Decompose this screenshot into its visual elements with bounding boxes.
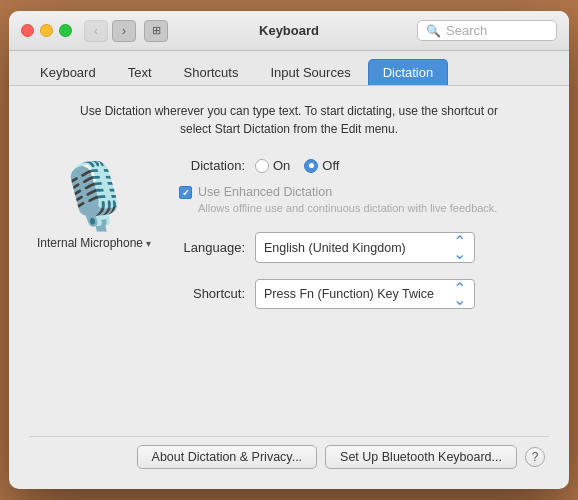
language-value: English (United Kingdom): [264, 241, 406, 255]
tab-dictation[interactable]: Dictation: [368, 59, 449, 85]
tab-input-sources[interactable]: Input Sources: [255, 59, 365, 85]
search-placeholder: Search: [446, 23, 487, 38]
maximize-button[interactable]: [59, 24, 72, 37]
chevron-down-icon: ▾: [146, 238, 151, 249]
forward-button[interactable]: ›: [112, 20, 136, 42]
radio-off[interactable]: [304, 159, 318, 173]
help-button[interactable]: ?: [525, 447, 545, 467]
dictation-toggle-row: Dictation: On Off: [175, 158, 549, 173]
microphone-section: 🎙️ Internal Microphone ▾: [29, 154, 159, 436]
nav-buttons: ‹ ›: [84, 20, 136, 42]
enhanced-checkbox[interactable]: [179, 186, 192, 199]
off-label: Off: [322, 158, 339, 173]
dictation-off-option[interactable]: Off: [304, 158, 339, 173]
titlebar: ‹ › ⊞ Keyboard 🔍 Search: [9, 11, 569, 51]
main-area: 🎙️ Internal Microphone ▾ Dictation: On: [29, 154, 549, 436]
traffic-lights: [21, 24, 72, 37]
back-button[interactable]: ‹: [84, 20, 108, 42]
window-title: Keyboard: [259, 23, 319, 38]
about-dictation-button[interactable]: About Dictation & Privacy...: [137, 445, 318, 469]
shortcut-row: Shortcut: Press Fn (Function) Key Twice …: [175, 279, 549, 309]
tab-keyboard[interactable]: Keyboard: [25, 59, 111, 85]
dictation-field-label: Dictation:: [175, 158, 245, 173]
microphone-label[interactable]: Internal Microphone ▾: [37, 236, 151, 250]
tab-text[interactable]: Text: [113, 59, 167, 85]
on-label: On: [273, 158, 290, 173]
tabs-bar: Keyboard Text Shortcuts Input Sources Di…: [9, 51, 569, 86]
language-label: Language:: [175, 240, 245, 255]
dictation-on-option[interactable]: On: [255, 158, 290, 173]
language-row: Language: English (United Kingdom) ⌃⌄: [175, 232, 549, 262]
minimize-button[interactable]: [40, 24, 53, 37]
description-text: Use Dictation wherever you can type text…: [29, 102, 549, 138]
bluetooth-keyboard-button[interactable]: Set Up Bluetooth Keyboard...: [325, 445, 517, 469]
enhanced-description: Allows offline use and continuous dictat…: [198, 201, 497, 216]
shortcut-select[interactable]: Press Fn (Function) Key Twice ⌃⌄: [255, 279, 475, 309]
enhanced-label: Use Enhanced Dictation: [198, 185, 497, 199]
microphone-icon: 🎙️: [54, 164, 134, 228]
search-bar[interactable]: 🔍 Search: [417, 20, 557, 41]
keyboard-window: ‹ › ⊞ Keyboard 🔍 Search Keyboard Text Sh…: [9, 11, 569, 489]
shortcut-value: Press Fn (Function) Key Twice: [264, 287, 434, 301]
shortcut-label: Shortcut:: [175, 286, 245, 301]
radio-on[interactable]: [255, 159, 269, 173]
tab-shortcuts[interactable]: Shortcuts: [169, 59, 254, 85]
dictation-radio-group: On Off: [255, 158, 339, 173]
language-select[interactable]: English (United Kingdom) ⌃⌄: [255, 232, 475, 262]
close-button[interactable]: [21, 24, 34, 37]
bottom-buttons: About Dictation & Privacy... Set Up Blue…: [29, 436, 549, 473]
enhanced-text-block: Use Enhanced Dictation Allows offline us…: [198, 185, 497, 216]
enhanced-dictation-row: Use Enhanced Dictation Allows offline us…: [175, 185, 549, 216]
controls-section: Dictation: On Off: [175, 154, 549, 436]
microphone-name: Internal Microphone: [37, 236, 143, 250]
search-icon: 🔍: [426, 24, 441, 38]
grid-button[interactable]: ⊞: [144, 20, 168, 42]
shortcut-arrow-icon: ⌃⌄: [453, 283, 466, 305]
content-area: Use Dictation wherever you can type text…: [9, 86, 569, 489]
select-arrow-icon: ⌃⌄: [453, 236, 466, 258]
